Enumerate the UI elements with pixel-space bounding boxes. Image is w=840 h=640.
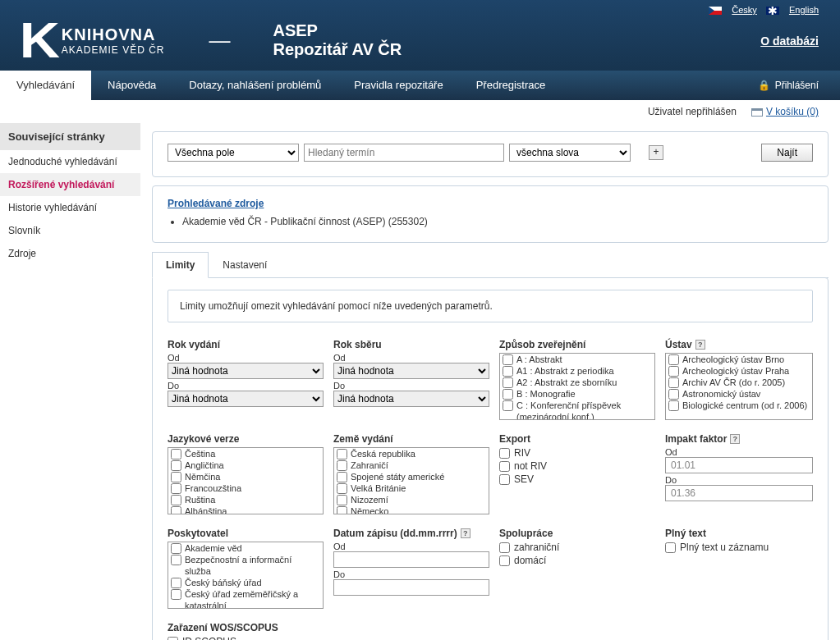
rok-vydani-od-select[interactable]: Jiná hodnota xyxy=(168,363,324,379)
sidebar-heading: Související stránky xyxy=(0,123,140,150)
logo-line2: AKADEMIE VĚD ČR xyxy=(62,44,165,56)
ustav-listbox[interactable]: Archeologický ústav Brno Archeologický ú… xyxy=(665,353,813,420)
find-button[interactable]: Najít xyxy=(761,144,813,162)
label-od: Od xyxy=(333,353,489,363)
term-input[interactable] xyxy=(304,144,504,162)
rok-vydani-do-select[interactable]: Jiná hodnota xyxy=(168,391,324,407)
jazyk-opt[interactable] xyxy=(171,472,181,482)
tab-settings[interactable]: Nastavení xyxy=(209,252,281,278)
export-notriv[interactable] xyxy=(499,461,510,472)
user-status: Uživatel nepřihlášen xyxy=(648,106,737,117)
spolup-zahr[interactable] xyxy=(499,542,510,553)
poskyt-opt[interactable] xyxy=(171,589,181,600)
zpusob-opt[interactable] xyxy=(503,400,513,411)
title-text: ASEP Repozitář AV ČR xyxy=(273,21,402,59)
label-jazyk: Jazykové verze xyxy=(168,433,324,445)
datum-do-input[interactable] xyxy=(333,579,489,596)
zpusob-listbox[interactable]: A : Abstrakt A1 : Abstrakt z periodika A… xyxy=(499,353,655,420)
zeme-opt[interactable] xyxy=(337,483,347,494)
sidebar-item-history[interactable]: Historie vyhledávání xyxy=(0,196,140,219)
basket-link[interactable]: V košíku (0) xyxy=(766,106,819,117)
logo-k-icon: K xyxy=(20,25,60,55)
basket-icon xyxy=(751,108,763,117)
zeme-opt[interactable] xyxy=(337,506,347,514)
field-select[interactable]: Všechna pole xyxy=(168,144,299,162)
jazyk-opt[interactable] xyxy=(171,460,181,471)
flag-en-icon xyxy=(766,7,779,15)
jazyk-opt[interactable] xyxy=(171,449,181,459)
zeme-opt[interactable] xyxy=(337,472,347,482)
jazyk-listbox[interactable]: Čeština Angličtina Němčina Francouzština… xyxy=(168,447,324,514)
lang-cz-link[interactable]: Česky xyxy=(732,5,757,15)
export-riv[interactable] xyxy=(499,448,510,459)
sidebar: Související stránky Jednoduché vyhledává… xyxy=(0,123,140,640)
source-item: Akademie věd ČR - Publikační činnost (AS… xyxy=(182,216,813,227)
ustav-opt[interactable] xyxy=(668,377,679,388)
language-switcher: Česky English xyxy=(709,5,819,15)
ustav-opt[interactable] xyxy=(668,400,679,411)
filter-ustav: Ústav? Archeologický ústav Brno Archeolo… xyxy=(665,339,813,420)
wos-scopus[interactable] xyxy=(168,637,178,641)
zeme-opt[interactable] xyxy=(337,460,347,471)
zpusob-opt[interactable] xyxy=(503,389,513,400)
label-poskyt: Poskytovatel xyxy=(168,528,324,539)
label-zpusob: Způsob zveřejnění xyxy=(499,339,655,350)
ustav-opt[interactable] xyxy=(668,389,679,400)
plny-chk[interactable] xyxy=(665,542,676,553)
zeme-listbox[interactable]: Česká republika Zahraničí Spojené státy … xyxy=(333,447,489,514)
sources-link[interactable]: Prohledávané zdroje xyxy=(168,198,264,209)
zeme-opt[interactable] xyxy=(337,449,347,459)
logo-text: KNIHOVNA AKADEMIE VĚD ČR xyxy=(62,25,165,56)
poskyt-listbox[interactable]: Akademie věd Bezpečnostní a informační s… xyxy=(168,542,324,609)
match-select[interactable]: všechna slova xyxy=(509,144,631,162)
help-icon[interactable]: ? xyxy=(695,340,705,350)
sources-list: Akademie věd ČR - Publikační činnost (AS… xyxy=(182,216,813,227)
nav-tab-prereg[interactable]: Předregistrace xyxy=(460,71,562,100)
help-icon[interactable]: ? xyxy=(461,528,470,538)
jazyk-opt[interactable] xyxy=(171,483,181,494)
sources-panel: Prohledávané zdroje Akademie věd ČR - Pu… xyxy=(152,185,829,243)
add-row-button[interactable]: + xyxy=(649,145,663,160)
zpusob-opt[interactable] xyxy=(503,354,513,365)
poskyt-opt[interactable] xyxy=(171,543,181,554)
sidebar-item-simple[interactable]: Jednoduché vyhledávání xyxy=(0,150,140,173)
about-link[interactable]: O databázi xyxy=(760,34,819,48)
zpusob-opt[interactable] xyxy=(503,377,513,388)
ustav-opt[interactable] xyxy=(668,354,679,365)
ustav-opt[interactable] xyxy=(668,366,679,377)
jazyk-opt[interactable] xyxy=(171,506,181,514)
datum-od-input[interactable] xyxy=(333,551,489,568)
lang-en-link[interactable]: English xyxy=(789,5,819,15)
impakt-do-input[interactable] xyxy=(665,485,813,501)
nav-tab-feedback[interactable]: Dotazy, nahlášení problémů xyxy=(172,71,337,100)
sidebar-item-advanced[interactable]: Rozšířené vyhledávání xyxy=(0,173,140,196)
flag-cz-icon xyxy=(709,7,722,15)
poskyt-opt[interactable] xyxy=(171,555,181,565)
spolup-dom[interactable] xyxy=(499,555,510,566)
login-link[interactable]: Přihlášení xyxy=(775,80,819,91)
help-icon[interactable]: ? xyxy=(730,434,740,444)
sidebar-item-dictionary[interactable]: Slovník xyxy=(0,219,140,242)
lock-icon: 🔒 xyxy=(758,80,770,91)
rok-sberu-do-select[interactable]: Jiná hodnota xyxy=(333,391,489,407)
poskyt-opt[interactable] xyxy=(171,578,181,588)
search-row: Všechna pole všechna slova + Najít xyxy=(168,144,813,162)
filter-poskyt: Poskytovatel Akademie věd Bezpečnostní a… xyxy=(168,528,324,609)
navbar: Vyhledávání Nápověda Dotazy, nahlášení p… xyxy=(0,71,840,100)
rok-sberu-od-select[interactable]: Jiná hodnota xyxy=(333,363,489,379)
zpusob-opt[interactable] xyxy=(503,366,513,377)
info-text: Limity umožňují omezit vyhledávání pomoc… xyxy=(168,290,813,322)
nav-tab-rules[interactable]: Pravidla repozitáře xyxy=(337,71,459,100)
nav-tab-help[interactable]: Nápověda xyxy=(91,71,172,100)
tab-limits[interactable]: Limity xyxy=(152,252,209,278)
label-do: Do xyxy=(168,381,324,391)
nav-tab-search[interactable]: Vyhledávání xyxy=(0,71,91,100)
sidebar-item-sources[interactable]: Zdroje xyxy=(0,242,140,265)
export-sev[interactable] xyxy=(499,474,510,485)
zeme-opt[interactable] xyxy=(337,495,347,505)
label-wos: Zařazení WOS/SCOPUS xyxy=(168,622,324,633)
label-do: Do xyxy=(333,381,489,391)
logo-area: K KNIHOVNA AKADEMIE VĚD ČR — ASEP Repozi… xyxy=(21,0,819,59)
impakt-od-input[interactable] xyxy=(665,457,813,473)
jazyk-opt[interactable] xyxy=(171,495,181,505)
